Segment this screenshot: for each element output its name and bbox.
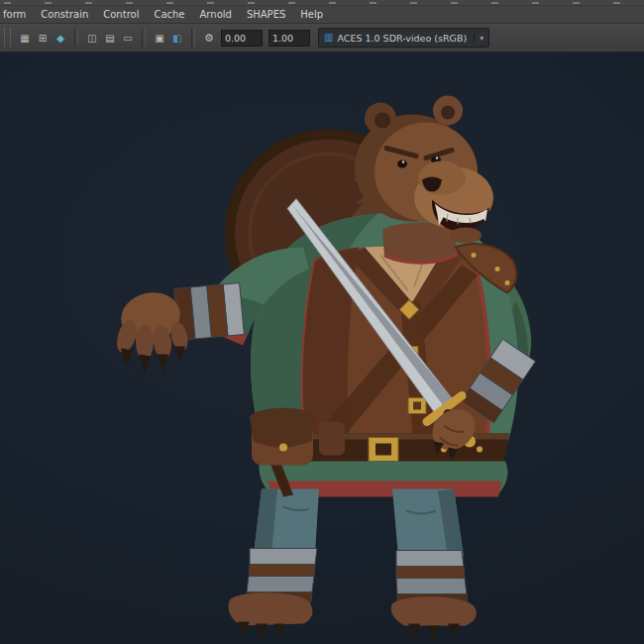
viewport[interactable] [0, 53, 644, 644]
menu-item-constrain[interactable]: Constrain [41, 6, 88, 23]
select-mode-icon[interactable]: ▦ [17, 30, 33, 47]
menu-item-help[interactable]: Help [300, 6, 323, 23]
toolbar-icon-group-b: ◫▤▭ [84, 30, 136, 47]
color-management-icon: ▥ [324, 29, 333, 47]
render-icon[interactable]: ▤ [102, 30, 118, 47]
character-3d-render [0, 53, 644, 644]
gear-icon[interactable]: ⚙ [201, 30, 217, 47]
toolbar-icon-group-a: ▦⊞◆ [17, 30, 68, 47]
construction-history-icon[interactable]: ◫ [84, 30, 100, 47]
ipr-render-icon[interactable]: ▭ [120, 30, 136, 47]
toolbar-drag-handle[interactable] [4, 29, 11, 47]
resolution-gate-icon[interactable]: ▣ [152, 30, 167, 47]
menu-item-control[interactable]: Control [103, 6, 139, 23]
menu-item-shapes[interactable]: SHAPES [247, 6, 285, 23]
menu-item-cache[interactable]: Cache [154, 6, 184, 23]
menu-item-arnold[interactable]: Arnold [200, 6, 232, 23]
gate-mask-icon[interactable]: ◧ [169, 30, 185, 47]
toolbar-icon-group-c: ▣◧ [152, 30, 185, 47]
snap-to-point-icon[interactable]: ◆ [53, 30, 68, 47]
view-transform-label: ACES 1.0 SDR-video (sRGB) [337, 33, 467, 44]
view-transform-dropdown[interactable]: ▥ ACES 1.0 SDR-video (sRGB) ▾ [318, 28, 489, 48]
snap-to-grid-icon[interactable]: ⊞ [35, 30, 51, 47]
panel-toolbar: ▦⊞◆ ◫▤▭ ▣◧ ⚙ ▥ ACES 1.0 SDR-video (sRGB)… [0, 24, 644, 53]
toolbar-separator [142, 29, 146, 47]
menu-item-form[interactable]: form [3, 6, 26, 23]
chevron-down-icon: ▾ [474, 34, 483, 43]
clipped-menu-row [0, 0, 644, 6]
gamma-field[interactable] [268, 30, 310, 47]
exposure-field[interactable] [221, 30, 263, 47]
toolbar-separator [74, 29, 78, 47]
menu-bar: formConstrainControlCacheArnoldSHAPESHel… [0, 6, 644, 24]
toolbar-separator [191, 29, 195, 47]
